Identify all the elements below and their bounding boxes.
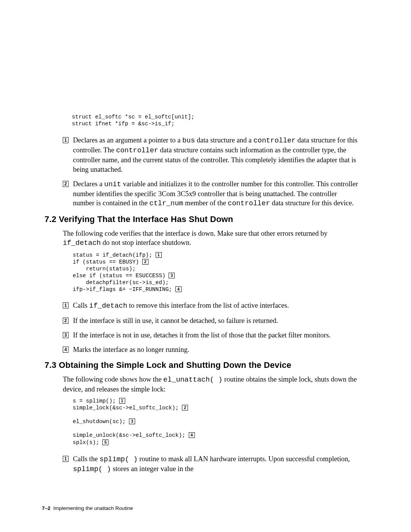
list-item-text: Declares a unit variable and initializes…: [73, 179, 360, 208]
intro-paragraph: The following code verifies that the int…: [63, 229, 360, 248]
text: Declares as an argument a pointer to a: [73, 136, 182, 144]
list-item: 2 If the interface is still in use, it c…: [63, 316, 360, 325]
code-line: if (status == EBUSY): [73, 259, 142, 265]
code-line: el_shutdown(sc);: [73, 419, 129, 425]
list-item-text: Marks the interface as no longer running…: [73, 345, 190, 354]
list-item: 3 If the interface is not in use, detach…: [63, 331, 360, 340]
inline-code: ctlr_num: [150, 200, 183, 208]
callout-inline: 4: [175, 286, 182, 292]
page-content: struct el_softc *sc = el_softc[unit]; st…: [0, 0, 411, 474]
inline-code: splimp( ): [100, 455, 138, 463]
callout-number: 1: [63, 302, 68, 308]
code-line: struct el_softc *sc = el_softc[unit];: [72, 114, 194, 120]
code-block-7-2: status = if_detach(ifp); 1 if (status ==…: [73, 252, 360, 293]
list-item: 4 Marks the interface as no longer runni…: [63, 345, 360, 354]
list-item-text: Calls if_detach to remove this interface…: [73, 301, 289, 311]
callout-inline: 2: [142, 259, 148, 265]
callout-inline: 1: [119, 398, 125, 404]
text: stores an integer value in the: [111, 465, 194, 473]
list-item-text: If the interface is not in use, detaches…: [73, 331, 331, 340]
text: Declares a: [73, 180, 104, 188]
callout-number: 3: [63, 332, 68, 338]
code-line: else if (status == ESUCCESS): [73, 273, 169, 279]
inline-code: if_detach: [89, 302, 127, 310]
code-line: detachpfilter(sc->is_ed);: [73, 280, 169, 286]
callout-inline: 3: [169, 273, 175, 278]
callout-inline: 3: [129, 419, 135, 424]
text: Calls: [73, 302, 89, 309]
page-footer: 7–2 Implementing the unattach Routine: [42, 505, 133, 511]
list-item-text: If the interface is still in use, it can…: [73, 316, 278, 325]
text: do not stop interface shutdown.: [101, 239, 191, 246]
footer-title: Implementing the unattach Routine: [53, 505, 133, 511]
callout-number: 4: [63, 347, 68, 353]
code-line: splx(s);: [73, 439, 102, 446]
code-line: s = splimp();: [73, 398, 119, 404]
list-item: 2 Declares a unit variable and initializ…: [63, 179, 360, 208]
list-item: 1 Declares as an argument a pointer to a…: [63, 136, 360, 174]
section-heading-7-2: 7.2 Verifying That the Interface Has Shu…: [45, 214, 360, 224]
code-line: status = if_detach(ifp);: [73, 252, 156, 258]
callout-number: 1: [63, 137, 68, 143]
callout-inline: 1: [156, 252, 162, 258]
inline-code: controller: [116, 147, 158, 155]
code-line: simple_lock(&sc->el_softc_lock);: [73, 405, 182, 411]
text: data structure and a: [195, 136, 253, 144]
text: The following code verifies that the int…: [63, 230, 328, 237]
callout-number: 1: [63, 456, 68, 462]
inline-code: unit: [104, 181, 121, 189]
inline-code: splimp( ): [73, 465, 111, 473]
callout-number: 2: [63, 181, 68, 187]
text: The following code shows how the: [63, 375, 163, 383]
callout-number: 2: [63, 318, 68, 324]
page-number: 7–2: [42, 505, 51, 511]
text: data structure for this device.: [270, 199, 354, 207]
text: routine to mask all LAN hardware interru…: [138, 455, 350, 463]
section-heading-7-3: 7.3 Obtaining the Simple Lock and Shutti…: [45, 360, 360, 370]
callout-inline: 2: [182, 405, 188, 411]
list-item: 1 Calls if_detach to remove this interfa…: [63, 301, 360, 311]
text: member of the: [183, 199, 228, 207]
code-block-7-3: s = splimp(); 1 simple_lock(&sc->el_soft…: [73, 398, 360, 446]
list-item-text: Declares as an argument a pointer to a b…: [73, 136, 360, 174]
code-line: return(status);: [73, 266, 135, 272]
callout-inline: 5: [102, 439, 108, 445]
list-item-text: Calls the splimp( ) routine to mask all …: [73, 454, 360, 474]
inline-code: bus: [182, 137, 195, 145]
intro-paragraph: The following code shows how the el_unat…: [63, 375, 360, 394]
inline-code: controller: [228, 200, 270, 208]
code-line: struct ifnet *ifp = &sc->is_if;: [72, 121, 175, 127]
callout-inline: 4: [189, 432, 195, 438]
inline-code: if_detach: [63, 239, 101, 247]
top-code-block: struct el_softc *sc = el_softc[unit]; st…: [72, 107, 360, 127]
text: to remove this interface from the list o…: [127, 302, 289, 309]
inline-code: controller: [253, 137, 296, 145]
code-line: ifp->if_flags &= ~IFF_RUNNING;: [73, 286, 175, 292]
inline-code: el_unattach( ): [163, 376, 222, 384]
code-line: simple_unlock(&sc->el_softc_lock);: [73, 432, 189, 438]
text: Calls the: [73, 455, 100, 463]
list-item: 1 Calls the splimp( ) routine to mask al…: [63, 454, 360, 474]
